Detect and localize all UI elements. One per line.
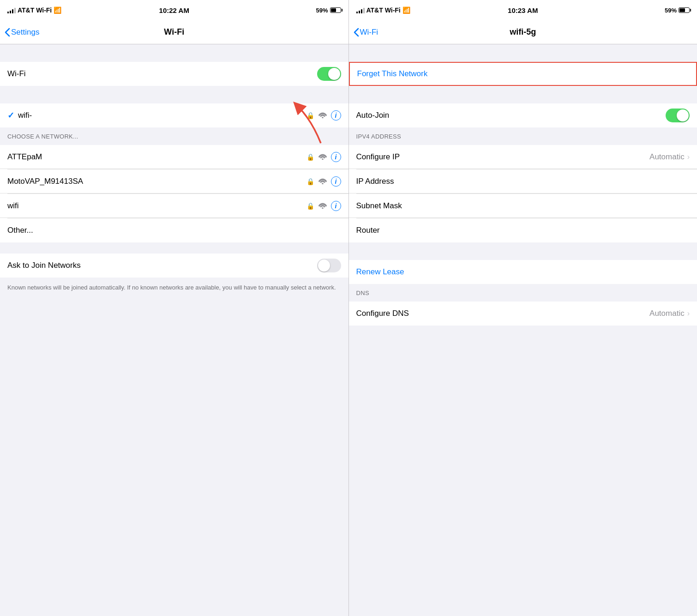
wifi-signal-icon — [318, 111, 327, 121]
right-panel: AT&T Wi-Fi 📶 10:23 AM 59% Wi-Fi wifi-5g … — [349, 0, 697, 616]
ipv4-header-text: IPV4 ADDRESS — [356, 133, 402, 140]
renew-lease-row[interactable]: Renew Lease — [349, 260, 697, 284]
choose-network-header: CHOOSE A NETWORK... — [7, 133, 78, 140]
nav-bar-left: Settings Wi-Fi — [0, 20, 348, 44]
battery-icon — [330, 7, 341, 13]
connected-network-icons: 🔒 i — [306, 110, 341, 121]
configure-dns-label: Configure DNS — [356, 309, 650, 318]
time-left: 10:22 AM — [159, 6, 189, 14]
configure-dns-row[interactable]: Configure DNS Automatic › — [349, 302, 697, 326]
info-button-attepa[interactable]: i — [331, 152, 341, 162]
status-left-right: AT&T Wi-Fi 📶 — [356, 6, 410, 14]
connected-network-name: wifi- — [18, 111, 306, 120]
carrier-right: AT&T Wi-Fi — [367, 6, 401, 14]
lock-icon: 🔒 — [306, 112, 314, 119]
network-name-motovap: MotoVAP_M91413SA — [7, 177, 306, 186]
dns-header-text: DNS — [356, 290, 369, 296]
auto-join-group: Auto-Join — [349, 103, 697, 127]
forget-network-row[interactable]: Forget This Network — [349, 62, 697, 86]
network-row-motovap[interactable]: MotoVAP_M91413SA 🔒 i — [0, 169, 348, 193]
status-right-right: 59% — [665, 7, 690, 14]
auto-join-label: Auto-Join — [356, 111, 666, 120]
network-name-other: Other... — [7, 226, 341, 235]
connected-network-row[interactable]: ✓ wifi- 🔒 i — [0, 103, 348, 127]
ask-join-toggle-knob — [318, 260, 330, 272]
left-panel: AT&T Wi-Fi 📶 10:22 AM 59% Settings Wi-Fi… — [0, 0, 348, 616]
wifi-toggle-group: Wi-Fi — [0, 62, 348, 86]
router-label: Router — [356, 226, 690, 235]
connected-checkmark: ✓ — [7, 110, 14, 121]
renew-lease-label[interactable]: Renew Lease — [356, 267, 690, 277]
svg-point-1 — [322, 158, 323, 160]
auto-join-section-spacer — [349, 86, 697, 103]
battery-percent-left: 59% — [316, 7, 328, 14]
forget-network-group: Forget This Network — [349, 62, 697, 86]
wifi-toggle[interactable] — [317, 67, 341, 81]
wifi-icon-motovap — [318, 177, 327, 186]
connected-network-group: ✓ wifi- 🔒 i — [0, 103, 348, 127]
nav-bar-right: Wi-Fi wifi-5g — [349, 20, 697, 44]
auto-join-row: Auto-Join — [349, 103, 697, 127]
chevron-icon-configure-dns: › — [687, 309, 690, 318]
lock-icon-wifi: 🔒 — [306, 202, 314, 210]
status-bar-left: AT&T Wi-Fi 📶 10:22 AM 59% — [0, 0, 348, 20]
configure-ip-row[interactable]: Configure IP Automatic › — [349, 145, 697, 169]
footer-description: Known networks will be joined automatica… — [0, 278, 348, 298]
dns-rows-group: Configure DNS Automatic › — [349, 302, 697, 326]
page-title-network: wifi-5g — [510, 27, 536, 37]
svg-point-3 — [322, 207, 323, 209]
dns-section-header: DNS — [349, 284, 697, 302]
info-button-motovap[interactable]: i — [331, 176, 341, 187]
auto-join-toggle-knob — [677, 109, 689, 121]
status-left: AT&T Wi-Fi 📶 — [7, 6, 61, 14]
lock-icon-attepa: 🔒 — [306, 153, 314, 161]
ask-join-toggle[interactable] — [317, 259, 341, 272]
auto-join-toggle[interactable] — [666, 109, 690, 122]
network-icons-wifi: 🔒 i — [306, 201, 341, 211]
ip-address-label: IP Address — [356, 177, 690, 186]
forget-network-label[interactable]: Forget This Network — [357, 69, 428, 79]
back-label-settings: Settings — [11, 28, 39, 37]
ip-rows-group: Configure IP Automatic › IP Address Subn… — [349, 145, 697, 242]
wifi-label: Wi-Fi — [7, 69, 317, 79]
wifi-icon-attepa — [318, 152, 327, 162]
back-label-wifi: Wi-Fi — [360, 28, 379, 37]
battery-percent-right: 59% — [665, 7, 677, 14]
ipv4-section-header: IPV4 ADDRESS — [349, 127, 697, 145]
configure-ip-label: Configure IP — [356, 152, 650, 162]
ask-join-section-spacer — [0, 242, 348, 254]
router-row: Router — [349, 218, 697, 242]
back-button-settings[interactable]: Settings — [5, 28, 39, 37]
choose-network-section: CHOOSE A NETWORK... — [0, 127, 348, 145]
signal-icon-right — [356, 7, 365, 13]
network-row-attepa[interactable]: ATTEpaM 🔒 i — [0, 145, 348, 169]
ask-join-group: Ask to Join Networks — [0, 254, 348, 278]
configure-ip-value: Automatic — [649, 152, 685, 162]
ip-address-row: IP Address — [349, 169, 697, 193]
signal-icon — [7, 7, 16, 13]
forget-section-spacer — [349, 44, 697, 62]
back-button-wifi[interactable]: Wi-Fi — [354, 28, 379, 37]
status-bar-right: AT&T Wi-Fi 📶 10:23 AM 59% — [349, 0, 697, 20]
renew-lease-group: Renew Lease — [349, 260, 697, 284]
page-title-wifi: Wi-Fi — [164, 27, 184, 37]
subnet-mask-label: Subnet Mask — [356, 201, 690, 211]
subnet-mask-row: Subnet Mask — [349, 194, 697, 218]
battery-icon-right — [679, 7, 690, 13]
wifi-toggle-row: Wi-Fi — [0, 62, 348, 86]
wifi-bars-icon — [318, 111, 327, 118]
wifi-status-icon-right: 📶 — [403, 6, 410, 14]
info-button-connected[interactable]: i — [331, 110, 341, 121]
network-name-attepa: ATTEpaM — [7, 152, 306, 162]
ask-join-label: Ask to Join Networks — [7, 261, 317, 270]
chevron-left-icon — [5, 28, 10, 37]
network-row-other[interactable]: Other... — [0, 218, 348, 242]
svg-point-0 — [322, 117, 323, 118]
ask-join-row: Ask to Join Networks — [0, 254, 348, 278]
configure-dns-value: Automatic — [649, 309, 685, 318]
svg-point-2 — [322, 183, 323, 184]
wifi-status-icon: 📶 — [54, 6, 61, 14]
chevron-icon-configure-ip: › — [687, 153, 690, 161]
network-row-wifi[interactable]: wifi 🔒 i — [0, 194, 348, 218]
info-button-wifi[interactable]: i — [331, 201, 341, 211]
